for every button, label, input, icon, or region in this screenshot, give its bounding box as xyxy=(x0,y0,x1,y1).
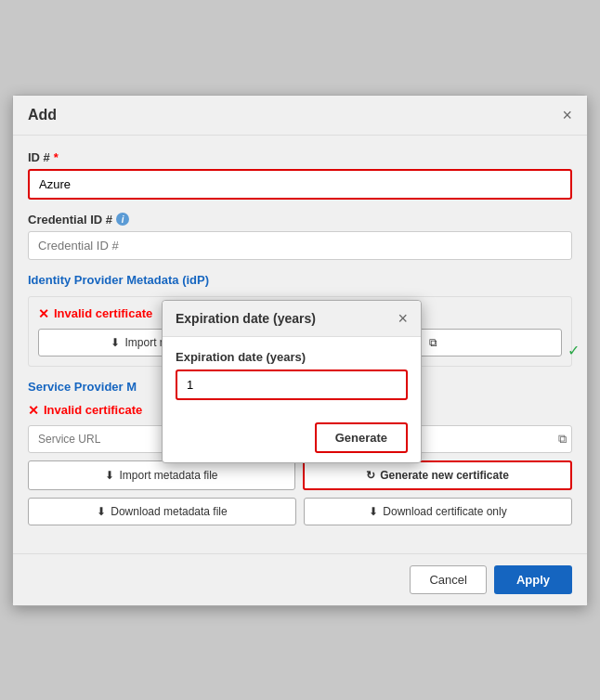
sp-import-icon: ⬇ xyxy=(105,469,114,482)
dialog-title: Add xyxy=(28,107,57,123)
import-icon: ⬇ xyxy=(111,336,120,349)
idp-section-title: Identity Provider Metadata (idP) xyxy=(28,273,572,287)
download-cert-btn[interactable]: ⬇ Download certificate only xyxy=(304,498,572,525)
id-input[interactable] xyxy=(30,171,563,198)
expiration-sub-dialog: Expiration date (years) × Expiration dat… xyxy=(162,300,422,463)
sub-dialog-header: Expiration date (years) × xyxy=(163,301,421,337)
main-dialog: Add × ID # * ✓ Credential ID # i Identit… xyxy=(12,95,588,606)
sp-import-metadata-btn[interactable]: ⬇ Import metadata file xyxy=(28,460,295,490)
close-button[interactable]: × xyxy=(562,107,572,123)
sub-dialog-footer: Generate xyxy=(163,413,421,462)
service-url-copy-icon[interactable]: ⧉ xyxy=(558,432,567,447)
download-meta-icon: ⬇ xyxy=(97,505,106,518)
check-icon: ✓ xyxy=(567,342,580,359)
download-metadata-btn[interactable]: ⬇ Download metadata file xyxy=(28,498,296,525)
id-input-wrapper: ✓ xyxy=(28,169,572,200)
expiration-input[interactable] xyxy=(176,369,408,400)
sp-x-icon: ✕ xyxy=(28,403,39,418)
apply-button[interactable]: Apply xyxy=(494,565,572,594)
sp-button-row-2: ⬇ Download metadata file ⬇ Download cert… xyxy=(28,498,572,525)
dialog-footer: Cancel Apply xyxy=(13,553,587,605)
sub-dialog-close-btn[interactable]: × xyxy=(398,310,408,327)
id-field-group: ID # * ✓ xyxy=(28,150,572,200)
sub-dialog-body: Expiration date (years) xyxy=(163,337,421,413)
dialog-header: Add × xyxy=(13,96,587,136)
sp-button-row-1: ⬇ Import metadata file ↻ Generate new ce… xyxy=(28,460,572,490)
download-cert-icon: ⬇ xyxy=(369,505,378,518)
generate-icon: ↻ xyxy=(366,469,375,482)
idp-x-icon: ✕ xyxy=(38,306,49,321)
copy-btn-icon: ⧉ xyxy=(429,336,437,349)
required-star: * xyxy=(54,150,59,164)
credential-field-group: Credential ID # i xyxy=(28,213,572,260)
cancel-button[interactable]: Cancel xyxy=(410,565,486,594)
generate-new-cert-btn[interactable]: ↻ Generate new certificate xyxy=(303,460,572,490)
credential-input[interactable] xyxy=(28,231,572,260)
id-label: ID # * xyxy=(28,150,572,164)
info-icon[interactable]: i xyxy=(116,213,129,226)
sub-field-label: Expiration date (years) xyxy=(176,350,408,364)
generate-btn[interactable]: Generate xyxy=(315,422,408,453)
credential-label: Credential ID # i xyxy=(28,213,572,227)
sub-dialog-title: Expiration date (years) xyxy=(176,311,316,326)
